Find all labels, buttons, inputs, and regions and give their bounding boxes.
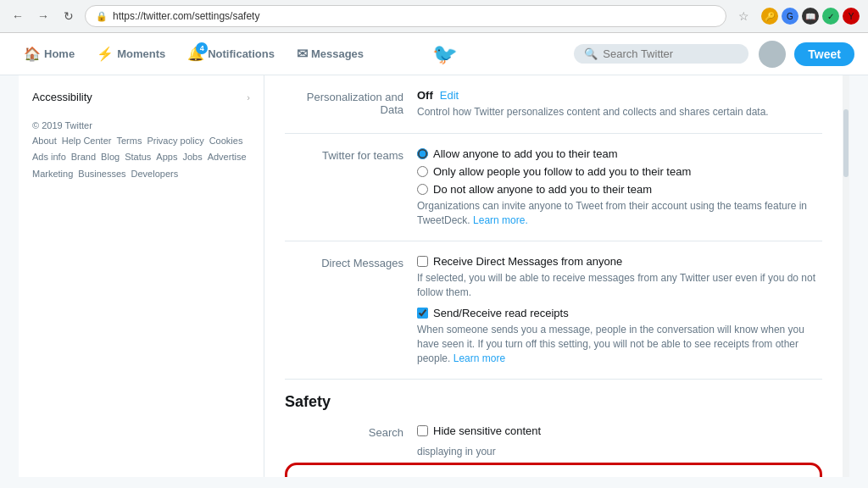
ext-1[interactable]: 🔑 (761, 8, 778, 25)
footer-marketing[interactable]: Marketing (32, 167, 73, 182)
footer-privacy[interactable]: Privacy policy (147, 134, 203, 149)
browser-chrome: ← → ↻ 🔒 https://twitter.com/settings/saf… (0, 0, 868, 33)
scrollbar[interactable] (843, 75, 849, 477)
twitter-teams-value: Allow anyone to add you to their team On… (417, 147, 822, 228)
personalization-status-text: Off (417, 89, 433, 102)
nav-home-label: Home (44, 47, 75, 60)
nav-notifications[interactable]: 🔔 4 Notifications (177, 39, 285, 69)
personalization-label: Personalization and Data (285, 89, 403, 119)
main-content: Personalization and Data Off Edit Contro… (264, 75, 843, 477)
search-value-partial: Hide sensitive content (417, 424, 822, 439)
notif-wrapper: 🔔 4 (187, 46, 204, 62)
sidebar-item-accessibility-label: Accessibility (32, 91, 92, 103)
save-overlay-area: displaying in your Save changes ed or mu… (285, 446, 822, 477)
footer-developers[interactable]: Developers (131, 167, 179, 182)
twitter-teams-row: Twitter for teams Allow anyone to add yo… (285, 147, 822, 242)
read-receipts-learn-more[interactable]: Learn more (453, 352, 505, 364)
nav-notifications-label: Notifications (208, 47, 275, 60)
home-icon: 🏠 (24, 46, 41, 62)
personalization-value: Off Edit Control how Twitter personalize… (417, 89, 822, 119)
teams-radio-2[interactable] (417, 184, 428, 195)
tweet-button[interactable]: Tweet (794, 42, 854, 66)
browser-window: ← → ↻ 🔒 https://twitter.com/settings/saf… (0, 0, 868, 488)
footer-links: About Help Center Terms Privacy policy C… (32, 134, 250, 182)
moments-icon: ⚡ (97, 46, 114, 62)
footer-terms[interactable]: Terms (116, 134, 142, 149)
footer-advertise[interactable]: Advertise (208, 150, 247, 165)
read-receipts-checkbox[interactable] (417, 308, 428, 319)
hide-sensitive-checkbox-label[interactable]: Hide sensitive content (417, 424, 822, 437)
read-receipts-label: Send/Receive read receipts (433, 307, 569, 319)
footer-status[interactable]: Status (125, 150, 151, 165)
footer-jobs[interactable]: Jobs (182, 150, 202, 165)
ext-3[interactable]: 📖 (802, 8, 819, 25)
sidebar: Accessibility › © 2019 Twitter About Hel… (19, 75, 264, 477)
direct-messages-value: Receive Direct Messages from anyone If s… (417, 255, 822, 365)
footer-about[interactable]: About (32, 134, 57, 149)
lock-icon: 🔒 (96, 11, 108, 22)
bookmark-icon[interactable]: ☆ (738, 9, 749, 23)
notification-badge: 4 (196, 42, 208, 54)
teams-option-0[interactable]: Allow anyone to add you to their team (417, 147, 822, 160)
footer-cookies[interactable]: Cookies (209, 134, 243, 149)
personalization-edit-link[interactable]: Edit (440, 89, 459, 102)
ext-4[interactable]: ✓ (822, 8, 839, 25)
search-icon: 🔍 (584, 47, 598, 60)
footer-blog[interactable]: Blog (101, 150, 120, 165)
url-text: https://twitter.com/settings/safety (113, 10, 259, 22)
hide-sensitive-checkbox[interactable] (417, 425, 428, 436)
footer-businesses[interactable]: Businesses (78, 167, 125, 182)
nav-moments[interactable]: ⚡ Moments (86, 39, 175, 69)
sidebar-footer: © 2019 Twitter About Help Center Terms P… (19, 110, 264, 190)
read-receipts-description: When someone sends you a message, people… (417, 323, 822, 365)
receive-dm-label: Receive Direct Messages from anyone (433, 255, 622, 268)
teams-radio-1[interactable] (417, 166, 428, 177)
twitter-logo: 🐦 (432, 42, 458, 66)
personalization-status: Off Edit (417, 89, 822, 102)
search-input[interactable] (603, 47, 738, 60)
nav-messages-label: Messages (311, 47, 364, 60)
twitter-teams-label: Twitter for teams (285, 147, 403, 228)
footer-help[interactable]: Help Center (62, 134, 112, 149)
search-row-partial: Search Hide sensitive content (285, 424, 822, 439)
ext-5[interactable]: Y (843, 8, 860, 25)
footer-apps[interactable]: Apps (156, 150, 177, 165)
url-bar[interactable]: 🔒 https://twitter.com/settings/safety (85, 5, 726, 27)
main-nav: 🏠 Home ⚡ Moments 🔔 4 Notifications ✉ M (14, 39, 374, 69)
teams-option-0-label: Allow anyone to add you to their team (433, 147, 618, 160)
twitter-header: 🏠 Home ⚡ Moments 🔔 4 Notifications ✉ M (0, 33, 868, 75)
receive-dm-checkbox-label[interactable]: Receive Direct Messages from anyone (417, 255, 822, 268)
forward-button[interactable]: → (34, 7, 53, 25)
footer-brand[interactable]: Brand (71, 150, 96, 165)
nav-messages[interactable]: ✉ Messages (287, 39, 374, 69)
reload-button[interactable]: ↻ (59, 7, 78, 25)
save-changes-large-container: Save changes (285, 463, 822, 477)
receive-dm-checkbox[interactable] (417, 256, 428, 267)
sidebar-item-accessibility[interactable]: Accessibility › (19, 84, 264, 110)
messages-icon: ✉ (297, 46, 308, 62)
personalization-description: Control how Twitter personalizes content… (417, 105, 822, 119)
safety-section: Safety Search Hide sensitive content (285, 393, 822, 477)
search-label-partial: Search (285, 424, 403, 439)
read-receipts-checkbox-label[interactable]: Send/Receive read receipts (417, 307, 822, 319)
avatar[interactable] (759, 41, 786, 68)
chevron-right-icon: › (247, 92, 250, 103)
nav-home[interactable]: 🏠 Home (14, 39, 85, 69)
browser-extensions: 🔑 G 📖 ✓ Y (761, 8, 860, 25)
teams-radio-0[interactable] (417, 148, 428, 159)
twitter-teams-description: Organizations can invite anyone to Tweet… (417, 199, 822, 228)
teams-option-1-label: Only allow people you follow to add you … (433, 165, 691, 178)
browser-content: 🏠 Home ⚡ Moments 🔔 4 Notifications ✉ M (0, 33, 868, 477)
receive-dm-description: If selected, you will be able to receive… (417, 271, 822, 300)
ext-2[interactable]: G (782, 8, 798, 25)
scrollbar-thumb[interactable] (843, 109, 849, 177)
teams-option-1[interactable]: Only allow people you follow to add you … (417, 165, 822, 178)
twitter-teams-learn-more[interactable]: Learn more. (473, 214, 528, 226)
search-bar[interactable]: 🔍 (574, 44, 748, 64)
teams-option-2[interactable]: Do not allow anyone to add you to their … (417, 183, 822, 196)
back-button[interactable]: ← (8, 7, 27, 25)
direct-messages-row: Direct Messages Receive Direct Messages … (285, 255, 822, 380)
footer-ads[interactable]: Ads info (32, 150, 66, 165)
copyright: © 2019 Twitter (32, 119, 250, 134)
safety-section-title: Safety (285, 393, 822, 411)
